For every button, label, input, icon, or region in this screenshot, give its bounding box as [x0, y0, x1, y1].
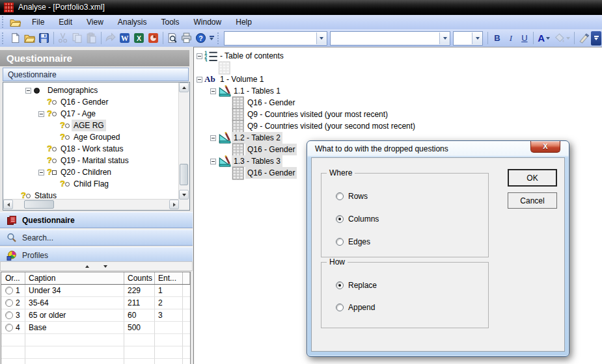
word-button[interactable]: W: [118, 31, 132, 46]
tree-item[interactable]: Q16 - Gender: [194, 97, 602, 109]
excel-button[interactable]: X: [132, 31, 146, 46]
menu-help[interactable]: Help: [228, 15, 259, 29]
tree-item[interactable]: [194, 62, 602, 73]
vertical-scroll-thumb[interactable]: [180, 164, 188, 185]
splitter-down-icon[interactable]: [103, 265, 107, 268]
tree-item[interactable]: ?Age Grouped: [3, 131, 189, 143]
menu-edit[interactable]: Edit: [51, 15, 79, 29]
toolbar-overflow-icon[interactable]: [208, 31, 215, 46]
expand-toggle-icon[interactable]: [197, 77, 202, 83]
tree-item[interactable]: ?Q17 - Age: [3, 108, 189, 120]
tree-item[interactable]: ?Q16 - Gender: [3, 96, 189, 108]
radio-icon[interactable]: [336, 215, 344, 223]
tree-item[interactable]: ?Child Flag: [3, 178, 189, 190]
column-header[interactable]: Caption: [25, 272, 124, 284]
horizontal-scroll-thumb[interactable]: [24, 200, 54, 209]
tree-item[interactable]: Q9 - Countries visited (your second most…: [194, 120, 602, 132]
print-button[interactable]: [180, 31, 194, 46]
expand-toggle-icon[interactable]: [38, 170, 44, 176]
scroll-up-button[interactable]: [179, 83, 189, 92]
column-header[interactable]: Or...: [1, 272, 25, 284]
italic-button[interactable]: I: [504, 31, 517, 45]
tree-item[interactable]: 1.1 - Tables 1: [194, 85, 602, 97]
table-row-empty[interactable]: [1, 346, 190, 359]
table-row[interactable]: 4Base500: [1, 322, 190, 334]
horizontal-scrollbar[interactable]: [3, 199, 179, 210]
close-icon[interactable]: X: [530, 141, 560, 153]
panel-splitter[interactable]: [0, 261, 193, 271]
style-combo[interactable]: [330, 31, 451, 46]
underline-button[interactable]: U: [517, 31, 531, 45]
column-header[interactable]: Ent...: [155, 272, 183, 284]
new-button[interactable]: [8, 31, 23, 46]
copy-button[interactable]: [70, 31, 85, 46]
help-button[interactable]: ?: [194, 31, 208, 46]
folder-icon[interactable]: [10, 18, 21, 27]
chevron-down-icon[interactable]: [546, 37, 550, 40]
tree-item[interactable]: ?Q19 - Marital status: [3, 155, 189, 166]
nav-button-search[interactable]: Search...: [0, 229, 193, 246]
radio-icon[interactable]: [5, 287, 13, 294]
font-combo[interactable]: [224, 31, 327, 46]
table-row[interactable]: 365 or older603: [1, 309, 190, 322]
expand-toggle-icon[interactable]: [25, 88, 31, 94]
export-button[interactable]: [103, 31, 118, 46]
menu-analysis[interactable]: Analysis: [111, 15, 154, 29]
table-row[interactable]: 235-642112: [1, 297, 190, 309]
tree-item[interactable]: Demographics: [3, 84, 189, 96]
chevron-down-icon[interactable]: [439, 32, 450, 44]
open-button[interactable]: [23, 31, 37, 46]
expand-toggle-icon[interactable]: [38, 111, 44, 117]
radio-option-replace[interactable]: Replace: [336, 281, 377, 290]
toolbar-grip[interactable]: [217, 32, 222, 44]
tree-item[interactable]: ?Q20 - Children: [3, 166, 189, 178]
ok-button[interactable]: OK: [508, 169, 557, 187]
table-row-empty[interactable]: [1, 359, 190, 364]
radio-icon[interactable]: [336, 192, 344, 200]
cancel-button[interactable]: Cancel: [508, 192, 557, 209]
tree-item[interactable]: ?Q18 - Work status: [3, 143, 189, 155]
radio-icon[interactable]: [336, 304, 344, 311]
scroll-down-button[interactable]: [179, 190, 189, 200]
print-preview-button[interactable]: [165, 31, 180, 46]
radio-option-rows[interactable]: Rows: [336, 192, 368, 201]
fill-color-button[interactable]: [552, 31, 572, 45]
tree-item[interactable]: Ab1 - Volume 1: [194, 73, 602, 85]
menubar-grip[interactable]: [2, 16, 7, 28]
tree-item[interactable]: Q9 - Countries visited (your most recent…: [194, 109, 602, 120]
tree-item[interactable]: ?AGE RG: [3, 120, 189, 131]
toolbar-grip[interactable]: [2, 32, 7, 44]
table-row[interactable]: 1Under 342291: [1, 285, 190, 297]
paste-button[interactable]: [85, 31, 99, 46]
column-header[interactable]: Counts: [124, 272, 155, 284]
menu-view[interactable]: View: [79, 15, 111, 29]
menu-file[interactable]: File: [25, 15, 51, 29]
radio-icon[interactable]: [336, 238, 344, 246]
vertical-scrollbar[interactable]: [178, 83, 189, 200]
chevron-down-icon[interactable]: [316, 32, 327, 44]
radio-option-append[interactable]: Append: [336, 303, 375, 312]
radio-option-edges[interactable]: Edges: [336, 237, 370, 246]
tree-item[interactable]: 123 - Table of contents: [194, 50, 602, 62]
expand-toggle-icon[interactable]: [210, 135, 216, 141]
expand-toggle-icon[interactable]: [197, 53, 202, 59]
powerpoint-button[interactable]: [146, 31, 161, 46]
menu-window[interactable]: Window: [187, 15, 229, 29]
save-button[interactable]: [37, 31, 51, 46]
radio-icon[interactable]: [5, 299, 13, 307]
menu-tools[interactable]: Tools: [154, 15, 187, 29]
radio-icon[interactable]: [5, 311, 13, 319]
table-row-empty[interactable]: [1, 334, 190, 346]
size-combo[interactable]: [453, 31, 483, 46]
chevron-down-icon[interactable]: [472, 32, 482, 44]
scroll-left-button[interactable]: [3, 200, 13, 209]
bold-button[interactable]: B: [490, 31, 504, 45]
radio-icon[interactable]: [5, 324, 13, 332]
chevron-down-icon[interactable]: [566, 37, 570, 40]
radio-icon[interactable]: [336, 281, 344, 289]
expand-toggle-icon[interactable]: [210, 159, 216, 164]
scroll-right-button[interactable]: [169, 200, 179, 209]
font-color-button[interactable]: A: [536, 31, 552, 45]
splitter-up-icon[interactable]: [85, 265, 89, 268]
radio-option-columns[interactable]: Columns: [336, 214, 379, 224]
